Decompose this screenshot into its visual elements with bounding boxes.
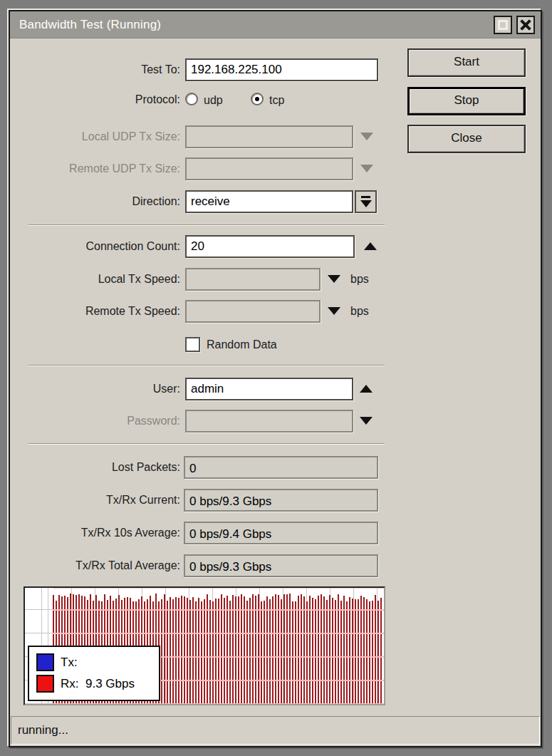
close-icon xyxy=(520,19,531,31)
graph-bar xyxy=(315,599,316,704)
spinner-up-icon[interactable] xyxy=(360,385,373,393)
chevron-down-icon[interactable] xyxy=(360,417,373,425)
separator xyxy=(28,443,385,445)
graph-bar xyxy=(338,594,339,704)
txrx-current-label: Tx/Rx Current: xyxy=(17,489,180,512)
graph-bar xyxy=(218,599,219,704)
user-input[interactable] xyxy=(185,378,353,400)
bandwidth-test-window: Bandwidth Test (Running) Test To: Protoc… xyxy=(9,10,542,747)
tx-color-swatch xyxy=(36,653,54,671)
graph-bar xyxy=(303,596,305,704)
protocol-label: Protocol: xyxy=(17,90,180,109)
titlebar[interactable]: Bandwidth Test (Running) xyxy=(10,11,541,38)
rx-color-swatch xyxy=(36,675,54,693)
remote-tx-speed-unit: bps xyxy=(350,300,369,323)
graph-bar xyxy=(238,596,239,704)
txrx-current-value: 0 bps/9.3 Gbps xyxy=(184,489,378,512)
chevron-down-icon xyxy=(360,133,373,140)
graph-bar xyxy=(241,594,242,704)
graph-bar xyxy=(264,601,265,704)
direction-input[interactable] xyxy=(185,190,353,213)
random-data-checkbox[interactable] xyxy=(185,337,200,352)
chevron-down-icon[interactable] xyxy=(328,275,340,283)
graph-legend: Tx: Rx: 9.3 Gbps xyxy=(28,646,160,701)
protocol-radio-tcp[interactable] xyxy=(251,93,264,105)
graph-bar xyxy=(201,601,202,704)
graph-bar xyxy=(229,601,231,704)
protocol-udp-label[interactable]: udp xyxy=(204,93,223,108)
graph-bar xyxy=(172,599,174,704)
local-udp-tx-size-label: Local UDP Tx Size: xyxy=(17,125,180,148)
graph-bar xyxy=(235,596,236,704)
graph-bar xyxy=(189,600,191,704)
graph-bar xyxy=(178,598,179,704)
graph-bar xyxy=(226,596,228,704)
graph-bar xyxy=(198,598,199,704)
graph-bar xyxy=(269,599,271,704)
graph-bar xyxy=(292,601,293,704)
local-tx-speed-unit: bps xyxy=(350,268,369,291)
graph-bar xyxy=(366,599,368,704)
graph-bar xyxy=(369,601,370,704)
graph-bar xyxy=(204,599,205,704)
graph-bar xyxy=(261,601,262,704)
graph-bar xyxy=(167,601,168,704)
window-title: Bandwidth Test (Running) xyxy=(19,11,161,38)
close-window-button[interactable] xyxy=(516,16,535,34)
graph-bar xyxy=(164,594,165,704)
separator xyxy=(28,224,385,226)
chevron-down-icon[interactable] xyxy=(328,307,340,315)
maximize-icon xyxy=(498,20,508,30)
graph-bar xyxy=(249,598,251,704)
local-tx-speed-label: Local Tx Speed: xyxy=(17,268,180,291)
graph-bar xyxy=(195,601,197,704)
txrx-total-average-value: 0 bps/9.3 Gbps xyxy=(184,554,378,577)
graph-bar xyxy=(335,600,336,704)
txrx-total-average-label: Tx/Rx Total Average: xyxy=(17,554,180,577)
remote-udp-tx-size-input xyxy=(185,157,353,180)
protocol-radio-udp[interactable] xyxy=(185,93,198,105)
protocol-tcp-label[interactable]: tcp xyxy=(269,93,284,108)
graph-bar xyxy=(298,596,299,704)
bandwidth-graph: Tx: Rx: 9.3 Gbps xyxy=(24,586,385,705)
status-bar: running... xyxy=(11,716,540,745)
legend-row-rx: Rx: 9.3 Gbps xyxy=(35,673,153,695)
graph-bar xyxy=(349,597,350,704)
graph-bar xyxy=(244,596,245,704)
graph-bar xyxy=(363,597,365,704)
graph-bar xyxy=(332,598,333,704)
graph-bar xyxy=(343,596,345,704)
graph-bar xyxy=(252,594,254,704)
maximize-button[interactable] xyxy=(494,16,512,34)
txrx-10s-average-label: Tx/Rx 10s Average: xyxy=(17,522,180,544)
graph-bar xyxy=(221,594,222,704)
connection-count-label: Connection Count: xyxy=(17,235,180,258)
spinner-up-icon[interactable] xyxy=(364,242,377,250)
password-label: Password: xyxy=(17,410,180,433)
random-data-label[interactable]: Random Data xyxy=(207,336,277,353)
graph-bar xyxy=(377,601,379,704)
start-button[interactable]: Start xyxy=(407,48,526,77)
test-to-input[interactable] xyxy=(185,58,378,81)
graph-bar xyxy=(295,601,296,704)
local-tx-speed-input xyxy=(185,268,321,291)
close-button[interactable]: Close xyxy=(407,125,526,153)
graph-bar xyxy=(283,594,285,704)
graph-bar xyxy=(266,596,268,704)
graph-bar xyxy=(321,594,322,704)
stop-button[interactable]: Stop xyxy=(407,87,526,115)
graph-bar xyxy=(309,596,311,704)
graph-bar xyxy=(301,594,302,704)
direction-dropdown-button[interactable] xyxy=(355,190,377,213)
graph-bar xyxy=(192,597,194,704)
graph-bar xyxy=(161,599,162,704)
local-udp-tx-size-input xyxy=(185,125,353,148)
chevron-down-icon xyxy=(360,165,373,172)
password-input xyxy=(185,410,353,433)
radio-dot-icon xyxy=(255,97,259,101)
graph-bar xyxy=(207,594,208,704)
graph-bar xyxy=(275,594,276,704)
graph-bar xyxy=(258,594,259,704)
graph-bar xyxy=(355,599,356,704)
connection-count-input[interactable] xyxy=(185,235,355,258)
